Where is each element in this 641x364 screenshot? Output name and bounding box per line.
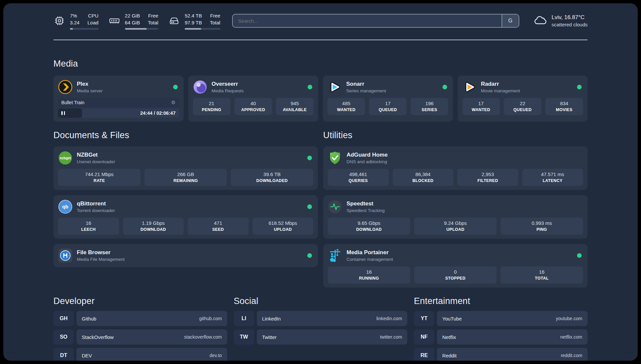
pause-icon bbox=[61, 111, 63, 115]
radarr-card[interactable]: Radarr Movie management 17 WANTED 22 QUE… bbox=[458, 76, 588, 122]
link-name: YouTube bbox=[442, 316, 462, 321]
section-developer: Developer GH Github github.com SO bbox=[53, 296, 227, 361]
link-name: LinkedIn bbox=[262, 316, 281, 321]
overseerr-subtitle: Media Requests bbox=[212, 88, 304, 93]
link-dev[interactable]: DT DEV dev.to bbox=[53, 348, 227, 361]
adguard-icon bbox=[328, 151, 342, 165]
stream-time: 24:44 / 02:06:47 bbox=[140, 110, 179, 116]
stackoverflow-abbr-icon: SO bbox=[53, 329, 74, 345]
adguard-stat-queries: 498,461 QUERIES bbox=[328, 169, 389, 186]
qbittorrent-stat-upload: 618.52 Mbps UPLOAD bbox=[253, 218, 314, 235]
cpu-stat: 7% 3.24 CPU Load bbox=[53, 12, 99, 30]
nzbget-card[interactable]: nzbget NZBGet Usenet downloader 744.21 M… bbox=[53, 146, 318, 190]
overseerr-title: Overseerr bbox=[212, 81, 304, 87]
search-engine-button[interactable]: G bbox=[502, 15, 519, 27]
link-stackoverflow[interactable]: SO StackOverflow stackoverflow.com bbox=[53, 329, 227, 345]
stream-settings-icon[interactable]: ⚙ bbox=[171, 100, 175, 106]
portainer-icon bbox=[328, 248, 342, 263]
link-netflix[interactable]: NF Netflix netflix.com bbox=[414, 329, 588, 345]
cpu-value-load: 3.24 bbox=[70, 19, 79, 26]
plex-title: Plex bbox=[77, 81, 169, 87]
link-linkedin[interactable]: LI LinkedIn linkedin.com bbox=[234, 311, 408, 326]
plex-card[interactable]: Plex Media server Bullet Train ⚙ bbox=[53, 76, 184, 122]
overseerr-card[interactable]: Overseerr Media Requests 21 PENDING 40 A… bbox=[188, 76, 319, 122]
plex-stream-widget: Bullet Train ⚙ 24:44 / 02:06:47 bbox=[58, 98, 179, 118]
sonarr-title: Sonarr bbox=[346, 81, 438, 87]
cpu-progress-bar bbox=[70, 28, 99, 30]
adguard-title: AdGuard Home bbox=[347, 152, 583, 158]
overseerr-icon bbox=[193, 80, 207, 94]
portainer-subtitle: Container management bbox=[347, 257, 573, 262]
cpu-label-top: CPU bbox=[87, 12, 98, 19]
cpu-label-bottom: Load bbox=[87, 19, 98, 26]
filebrowser-status-dot bbox=[307, 253, 312, 258]
sonarr-icon bbox=[327, 80, 342, 94]
filebrowser-icon bbox=[58, 248, 73, 263]
disk-icon bbox=[168, 15, 180, 27]
sonarr-card[interactable]: Sonarr Series management 485 WANTED 17 Q… bbox=[323, 76, 453, 122]
link-url: dev.to bbox=[210, 353, 222, 358]
portainer-card[interactable]: Media Portainer Container management 16 … bbox=[323, 244, 588, 288]
qbittorrent-stat-download: 1.19 Gbps DOWNLOAD bbox=[123, 218, 184, 235]
link-name: StackOverflow bbox=[82, 334, 114, 340]
radarr-subtitle: Movie management bbox=[481, 88, 573, 93]
ram-progress-bar bbox=[125, 28, 159, 30]
plex-icon bbox=[58, 80, 73, 94]
nzbget-subtitle: Usenet downloader bbox=[77, 159, 303, 164]
cpu-icon bbox=[53, 15, 65, 27]
cloud-icon bbox=[533, 14, 547, 28]
sonarr-stat-series: 196 SERIES bbox=[411, 98, 448, 115]
disk-label-free: Free bbox=[210, 12, 220, 19]
link-reddit[interactable]: RE Reddit reddit.com bbox=[414, 348, 588, 361]
twitter-abbr-icon: TW bbox=[234, 329, 254, 345]
qbittorrent-status-dot bbox=[307, 204, 312, 209]
link-name: Github bbox=[82, 316, 96, 321]
nzbget-icon: nzbget bbox=[58, 151, 73, 165]
sonarr-stat-queued: 17 QUEUED bbox=[369, 98, 407, 115]
disk-stat: 52.4 TB 97.9 TB Free Total bbox=[168, 12, 220, 30]
link-twitter[interactable]: TW Twitter twitter.com bbox=[234, 329, 408, 345]
section-documents: Documents & Files nzbget NZBGet Usenet d… bbox=[53, 130, 318, 288]
speedtest-subtitle: Speedtest Tracking bbox=[347, 208, 583, 213]
adguard-subtitle: DNS and adblocking bbox=[347, 159, 583, 164]
developer-section-title: Developer bbox=[53, 296, 227, 306]
weather-location: Lviv, 16.87°C bbox=[552, 14, 588, 21]
github-abbr-icon: GH bbox=[53, 311, 74, 326]
qbittorrent-stat-seed: 471 SEED bbox=[188, 218, 249, 235]
system-stats: 7% 3.24 CPU Load bbox=[53, 12, 220, 30]
link-github[interactable]: GH Github github.com bbox=[53, 311, 227, 326]
svg-text:nzbget: nzbget bbox=[60, 156, 71, 160]
sonarr-status-dot bbox=[443, 85, 447, 89]
qbittorrent-title: qBittorrent bbox=[77, 200, 303, 207]
link-url: stackoverflow.com bbox=[184, 334, 222, 340]
portainer-stat-running: 16 RUNNING bbox=[328, 266, 410, 284]
link-youtube[interactable]: YT YouTube youtube.com bbox=[414, 311, 588, 326]
cpu-value-percent: 7% bbox=[70, 12, 79, 19]
section-social: Social LI LinkedIn linkedin.com TW bbox=[234, 296, 408, 361]
qbittorrent-icon: qb bbox=[58, 199, 73, 214]
radarr-stat-queued: 22 QUEUED bbox=[504, 98, 541, 115]
link-name: Netflix bbox=[442, 334, 456, 340]
speedtest-card[interactable]: Speedtest Speedtest Tracking 9.65 Gbps D… bbox=[323, 195, 588, 239]
disk-label-total: Total bbox=[210, 19, 220, 26]
sonarr-subtitle: Series management bbox=[346, 88, 438, 93]
radarr-stat-movies: 834 MOVIES bbox=[545, 98, 583, 115]
qbittorrent-card[interactable]: qb qBittorrent Torrent downloader 16 bbox=[53, 195, 318, 239]
weather-widget: Lviv, 16.87°C scattered clouds bbox=[533, 14, 588, 28]
adguard-stat-blocked: 86,384 BLOCKED bbox=[393, 169, 454, 186]
stream-progress-bar: 24:44 / 02:06:47 bbox=[58, 108, 179, 118]
documents-section-title: Documents & Files bbox=[53, 130, 318, 140]
radarr-stat-wanted: 17 WANTED bbox=[462, 98, 500, 115]
overseerr-stat-pending: 21 PENDING bbox=[193, 98, 230, 115]
search-input[interactable] bbox=[233, 15, 502, 27]
radarr-title: Radarr bbox=[481, 81, 573, 87]
stream-title: Bullet Train bbox=[61, 100, 84, 105]
link-url: netflix.com bbox=[560, 334, 582, 340]
filebrowser-card[interactable]: File Browser Media File Management bbox=[53, 244, 318, 267]
overseerr-stat-available: 945 AVAILABLE bbox=[276, 98, 314, 115]
dashboard-panel: 7% 3.24 CPU Load bbox=[3, 3, 638, 361]
adguard-card[interactable]: AdGuard Home DNS and adblocking 498,461 … bbox=[323, 146, 588, 190]
section-media: Media Plex Media server bbox=[53, 59, 588, 122]
search-bar: G bbox=[232, 14, 519, 28]
link-name: DEV bbox=[82, 353, 92, 358]
